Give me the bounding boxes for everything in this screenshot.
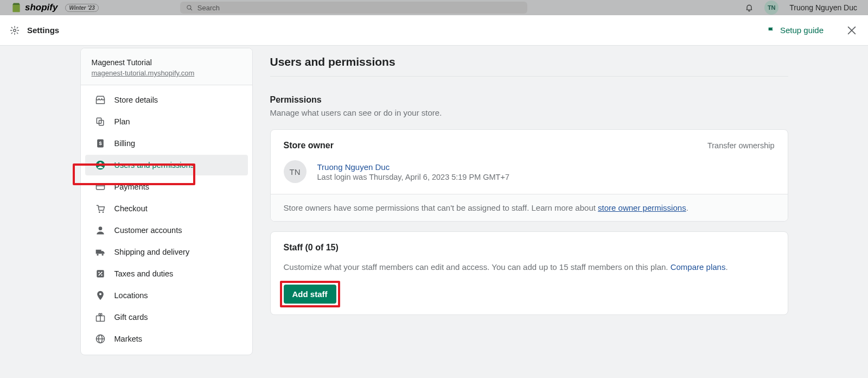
- gear-icon: [10, 26, 20, 35]
- sidebar-store-block: Magenest Tutorial magenest-tutorial.mysh…: [81, 48, 252, 85]
- brand-text: shopify: [25, 2, 58, 13]
- svg-point-17: [101, 254, 103, 255]
- nav-taxes[interactable]: Taxes and duties: [85, 263, 248, 284]
- staff-description: Customize what your staff members can ed…: [284, 262, 775, 272]
- svg-rect-11: [96, 184, 104, 190]
- permissions-sub: Manage what users can see or do in your …: [270, 108, 788, 117]
- setup-guide-link[interactable]: Setup guide: [767, 26, 824, 35]
- notifications-icon[interactable]: [745, 3, 754, 12]
- globe-icon: [95, 333, 106, 344]
- shopify-logo: shopify Winter '23: [11, 2, 99, 13]
- close-icon: [846, 24, 858, 36]
- nav-label: Checkout: [114, 204, 148, 213]
- owner-avatar: TN: [284, 160, 307, 183]
- owner-footer-post: .: [686, 203, 688, 212]
- compare-plans-link[interactable]: Compare plans: [671, 262, 726, 272]
- nav-label: Locations: [114, 291, 148, 300]
- nav-label: Billing: [114, 139, 136, 148]
- store-owner-label: Store owner: [284, 141, 334, 150]
- nav-payments[interactable]: Payments: [85, 177, 248, 197]
- plan-icon: [95, 116, 106, 127]
- nav-label: Customer accounts: [114, 226, 182, 235]
- background-app-bar: shopify Winter '23 Search TN Truong Nguy…: [0, 0, 868, 15]
- settings-modal-header: Settings Setup guide: [0, 15, 868, 46]
- store-url-link[interactable]: magenest-tutorial.myshopify.com: [92, 69, 241, 77]
- svg-point-15: [98, 226, 102, 230]
- flag-icon: [767, 26, 776, 35]
- nav-label: Shipping and delivery: [114, 248, 190, 256]
- main-content: Users and permissions Permissions Manage…: [253, 48, 788, 341]
- nav-label: Gift cards: [114, 313, 148, 322]
- staff-desc-text: Customize what your staff members can ed…: [284, 262, 671, 272]
- svg-point-20: [98, 272, 100, 273]
- pin-icon: [95, 290, 106, 301]
- staff-title: Staff (0 of 15): [284, 243, 775, 253]
- gift-icon: [95, 312, 106, 323]
- nav-store-details[interactable]: Store details: [85, 90, 248, 110]
- nav-plan[interactable]: Plan: [85, 111, 248, 132]
- person-icon: [95, 225, 106, 236]
- nav-shipping[interactable]: Shipping and delivery: [85, 242, 248, 262]
- svg-point-14: [102, 211, 104, 213]
- nav-markets[interactable]: Markets: [85, 329, 248, 349]
- owner-name-link[interactable]: Truong Nguyen Duc: [317, 162, 510, 172]
- search-icon: [186, 4, 193, 11]
- staff-card: Staff (0 of 15) Customize what your staf…: [270, 231, 788, 315]
- setup-guide-label: Setup guide: [780, 26, 824, 35]
- svg-point-16: [97, 254, 98, 255]
- user-avatar-small[interactable]: TN: [764, 1, 778, 15]
- nav-users-permissions[interactable]: Users and permissions: [85, 155, 248, 175]
- nav-gift-cards[interactable]: Gift cards: [85, 307, 248, 327]
- nav-label: Taxes and duties: [114, 269, 174, 278]
- svg-point-13: [99, 211, 100, 213]
- svg-point-10: [99, 162, 101, 165]
- add-staff-button[interactable]: Add staff: [284, 285, 336, 304]
- settings-modal-body: Magenest Tutorial magenest-tutorial.mysh…: [0, 46, 868, 378]
- page-title: Users and permissions: [270, 55, 788, 68]
- user-name[interactable]: Truong Nguyen Duc: [789, 3, 857, 12]
- global-search[interactable]: Search: [180, 2, 527, 14]
- user-circle-icon: [95, 160, 106, 171]
- nav-label: Payments: [114, 182, 149, 191]
- transfer-ownership-link[interactable]: Transfer ownership: [707, 141, 775, 150]
- billing-icon: $: [95, 138, 106, 149]
- nav-label: Plan: [114, 117, 130, 126]
- owner-card-footer: Store owners have some permissions that …: [271, 194, 788, 221]
- owner-permissions-link[interactable]: store owner permissions: [598, 203, 686, 212]
- settings-sidebar: Magenest Tutorial magenest-tutorial.mysh…: [80, 48, 253, 355]
- close-button[interactable]: [845, 24, 858, 37]
- svg-line-1: [190, 9, 192, 10]
- cart-icon: [95, 203, 106, 214]
- truck-icon: [95, 247, 106, 257]
- owner-last-login: Last login was Thursday, April 6, 2023 5…: [317, 173, 510, 181]
- title-divider: [270, 76, 788, 77]
- card-icon: [95, 181, 106, 192]
- search-placeholder: Search: [197, 4, 220, 12]
- nav-label: Markets: [114, 335, 143, 343]
- nav-billing[interactable]: $ Billing: [85, 133, 248, 154]
- staff-desc-post: .: [725, 262, 727, 272]
- owner-footer-text: Store owners have some permissions that …: [284, 203, 598, 212]
- svg-text:$: $: [99, 141, 101, 146]
- nav-locations[interactable]: Locations: [85, 285, 248, 306]
- percent-icon: [95, 268, 106, 279]
- nav-label: Store details: [114, 96, 158, 104]
- store-owner-card: Store owner Transfer ownership TN Truong…: [270, 129, 788, 222]
- nav-label: Users and permissions: [114, 161, 194, 169]
- permissions-heading: Permissions: [270, 95, 788, 105]
- shopify-bag-icon: [11, 2, 22, 13]
- svg-point-21: [101, 274, 103, 276]
- nav-checkout[interactable]: Checkout: [85, 198, 248, 219]
- modal-title: Settings: [27, 26, 59, 35]
- svg-point-22: [99, 293, 101, 295]
- store-name: Magenest Tutorial: [92, 58, 241, 67]
- storefront-icon: [95, 94, 106, 105]
- nav-customer-accounts[interactable]: Customer accounts: [85, 220, 248, 241]
- edition-badge: Winter '23: [65, 4, 98, 12]
- settings-nav: Store details Plan $ Billing Users and p…: [81, 85, 252, 355]
- svg-point-2: [14, 29, 16, 32]
